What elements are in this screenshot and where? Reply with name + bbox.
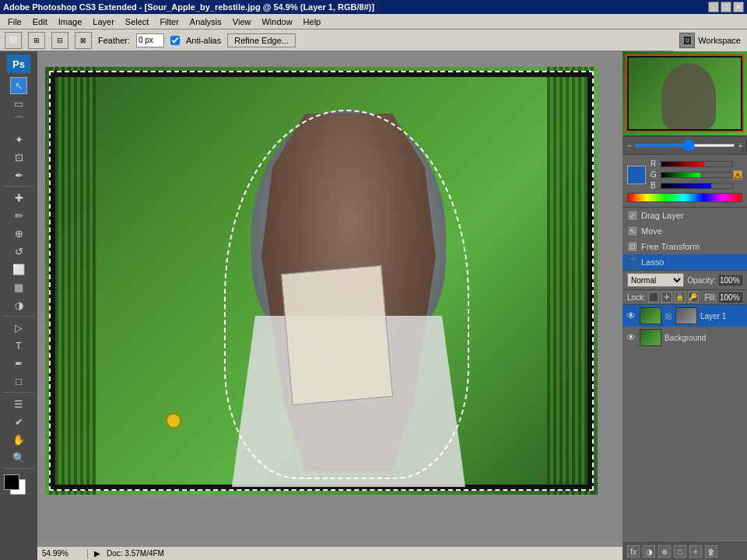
layer-fx-button[interactable]: fx	[627, 545, 640, 558]
new-selection-button[interactable]: ⬜	[5, 32, 22, 49]
clone-tool[interactable]: ⊕	[10, 225, 27, 242]
layers-empty-space	[622, 348, 747, 542]
eyedropper2-tool[interactable]: ✔	[10, 413, 27, 430]
intersect-selection-button[interactable]: ⊠	[75, 32, 92, 49]
close-button[interactable]: ×	[733, 2, 744, 12]
new-group-button[interactable]: □	[674, 545, 686, 558]
foreground-color-swatch[interactable]	[4, 474, 19, 490]
selection-handle[interactable]	[166, 413, 181, 429]
layers-panel: Normal Multiply Screen Opacity: Lock: ⬛ …	[622, 271, 747, 560]
type-tool[interactable]: T	[10, 337, 27, 354]
history-lasso[interactable]: ⌒ Lasso	[622, 254, 747, 270]
opacity-label: Opacity:	[687, 276, 716, 285]
titlebar: Adobe Photoshop CS3 Extended - [Sour_App…	[0, 0, 747, 14]
path-select-tool[interactable]: ▷	[10, 319, 27, 336]
history-drag-layer[interactable]: ⤢ Drag Layer	[622, 208, 747, 223]
crop-tool[interactable]: ⊡	[10, 149, 27, 166]
history-move[interactable]: ↖ Move	[622, 223, 747, 239]
menu-analysis[interactable]: Analysis	[185, 16, 226, 28]
layer1-visibility-icon[interactable]: 👁	[626, 310, 637, 321]
layers-bottom-bar: fx ◑ ⊕ □ + 🗑	[622, 542, 747, 560]
add-selection-button[interactable]: ⊞	[28, 32, 45, 49]
menu-help[interactable]: Help	[299, 16, 326, 28]
menu-edit[interactable]: Edit	[28, 16, 52, 28]
menu-select[interactable]: Select	[121, 16, 154, 28]
zoom-out-icon[interactable]: −	[627, 142, 632, 150]
menu-layer[interactable]: Layer	[88, 16, 119, 28]
feather-input[interactable]	[136, 33, 164, 47]
lock-all-icon[interactable]: 🔑	[688, 292, 699, 303]
free-transform-label: Free Transform	[641, 242, 700, 251]
mini-border-indicator	[626, 54, 744, 132]
lasso-tool[interactable]: ⌒	[10, 113, 27, 130]
feather-label: Feather:	[98, 36, 130, 45]
lock-label: Lock:	[627, 293, 646, 302]
hand-tool[interactable]: ✋	[10, 431, 27, 448]
lock-transparent-icon[interactable]: 🔒	[675, 292, 686, 303]
tool-separator-1	[4, 186, 33, 187]
background-visibility-icon[interactable]: 👁	[626, 332, 637, 343]
antialias-checkbox[interactable]	[170, 36, 180, 45]
layer-row-layer1[interactable]: 👁 ⛓ Layer 1	[622, 305, 747, 327]
zoom-tool[interactable]: 🔍	[10, 449, 27, 466]
blue-channel-label: B	[651, 181, 658, 190]
status-separator	[87, 549, 88, 558]
tool-separator-3	[4, 392, 33, 393]
green-channel-row: G	[651, 170, 733, 179]
maximize-button[interactable]: □	[721, 2, 731, 12]
quick-select-tool[interactable]: ✦	[10, 131, 27, 148]
blue-channel-bar[interactable]	[661, 183, 733, 189]
layer-row-background[interactable]: 👁 Background	[622, 327, 747, 348]
gradient-tool[interactable]: ▦	[10, 278, 27, 296]
history-free-transform[interactable]: ⊡ Free Transform	[622, 239, 747, 254]
lock-position-icon[interactable]: ✛	[661, 292, 672, 303]
opacity-input[interactable]	[719, 275, 742, 285]
pen-tool[interactable]: ✒	[10, 355, 27, 372]
move-label: Move	[641, 226, 662, 236]
move-icon: ↖	[627, 226, 638, 236]
window-controls[interactable]: _ □ ×	[708, 2, 744, 12]
workspace-icon: 🖼	[679, 33, 695, 48]
red-channel-bar[interactable]	[661, 161, 733, 167]
marquee-tool[interactable]: ▭	[10, 95, 27, 112]
arrow-right-icon: ▶	[94, 549, 100, 558]
workspace-area: 🖼 Workspace	[673, 30, 747, 51]
tool-separator-2	[4, 316, 33, 317]
color-panel-header: R G B	[627, 159, 742, 190]
primary-color-swatch[interactable]	[627, 166, 646, 184]
notes-tool[interactable]: ☰	[10, 395, 27, 412]
brush-tool[interactable]: ✏	[10, 207, 27, 224]
eraser-tool[interactable]: ⬜	[10, 261, 27, 278]
lock-pixels-icon[interactable]: ⬛	[648, 292, 659, 303]
dodge-tool[interactable]: ◑	[10, 296, 27, 313]
menu-filter[interactable]: Filter	[155, 16, 183, 28]
green-channel-bar[interactable]	[661, 172, 733, 178]
refine-edge-button[interactable]: Refine Edge...	[227, 33, 296, 47]
zoom-slider[interactable]	[635, 144, 735, 147]
drag-layer-icon: ⤢	[627, 210, 638, 221]
healing-tool[interactable]: ✚	[10, 189, 27, 206]
red-channel-label: R	[651, 159, 658, 168]
zoom-in-icon[interactable]: +	[738, 142, 743, 150]
color-spectrum-bar[interactable]	[627, 193, 742, 202]
subtract-selection-button[interactable]: ⊟	[51, 32, 68, 49]
minimize-button[interactable]: _	[708, 2, 719, 12]
delete-layer-button[interactable]: 🗑	[705, 545, 717, 558]
red-channel-row: R	[651, 159, 733, 168]
history-brush-tool[interactable]: ↺	[10, 243, 27, 260]
layer-adjustment-button[interactable]: ⊕	[658, 545, 671, 558]
eyedropper-tool[interactable]: ✒	[10, 166, 27, 184]
layer-mask-button[interactable]: ◑	[643, 545, 655, 558]
fill-input[interactable]	[719, 292, 742, 303]
zoom-display: 54.99%	[42, 549, 81, 558]
new-layer-button[interactable]: +	[689, 545, 702, 558]
shape-tool[interactable]: □	[10, 373, 27, 390]
blend-mode-dropdown[interactable]: Normal Multiply Screen	[627, 273, 684, 287]
menu-window[interactable]: Window	[257, 16, 296, 28]
newspaper	[281, 265, 393, 406]
move-tool[interactable]: ↖	[10, 77, 27, 94]
canvas-area[interactable]: 54.99% ▶ Doc: 3.57M/4FM	[37, 51, 622, 560]
menu-file[interactable]: File	[3, 16, 26, 28]
menu-image[interactable]: Image	[54, 16, 87, 28]
menu-view[interactable]: View	[228, 16, 256, 28]
